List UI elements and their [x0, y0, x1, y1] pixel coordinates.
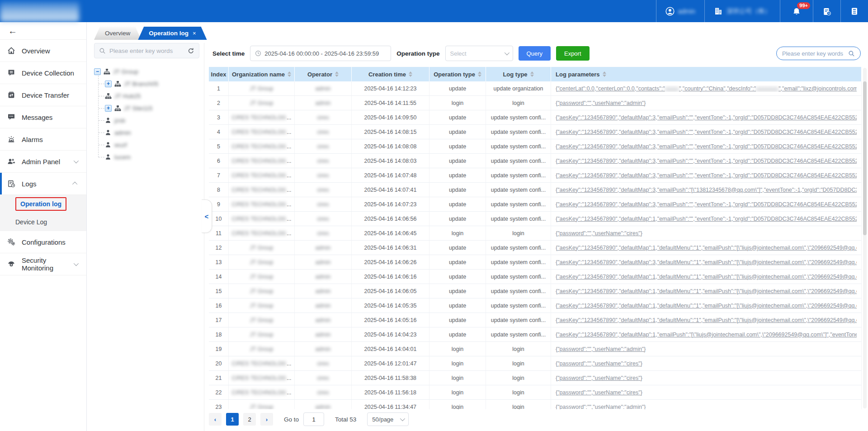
tree-user-node[interactable]: lucem [94, 151, 199, 163]
sidebar-item-messages[interactable]: Messages [0, 106, 86, 128]
sort-carets-icon[interactable] [603, 71, 606, 77]
column-header-operator[interactable]: Operator [295, 67, 352, 81]
log-parameters-link[interactable]: {"aesKey":"1234567890","defaultMap":1,"d… [556, 245, 857, 251]
sidebar-item-security-monitoring[interactable]: Security Monitoring [0, 253, 86, 275]
column-header-creation-time[interactable]: Creation time [352, 67, 429, 81]
refresh-icon[interactable] [188, 47, 194, 54]
tree-node-label: admin [114, 129, 131, 136]
sidebar-item-configurations[interactable]: Configurations [0, 231, 86, 253]
tree-user-node[interactable]: wuzf [94, 139, 199, 151]
log-parameters-link[interactable]: {"password":"","userName":"admin"} [556, 404, 646, 410]
table-scrollbar[interactable] [863, 68, 867, 408]
tree-user-node[interactable]: jzsb [94, 114, 199, 127]
page-button-2[interactable]: 2 [243, 413, 256, 426]
time-range-picker[interactable]: 2025-04-16 00:00:00 - 2025-04-16 23:59:5… [250, 46, 391, 61]
log-parameters-link[interactable]: {"aesKey":"1234567890","defaultMap":3,"e… [556, 129, 857, 135]
tree-org-node[interactable]: +JT Site115 [94, 102, 199, 114]
log-parameters-link[interactable]: {"password":"","userName":"admin"} [556, 346, 646, 352]
close-icon[interactable]: × [193, 30, 196, 36]
sidebar-item-device-collection[interactable]: Device Collection [0, 62, 86, 84]
column-header-log-parameters[interactable]: Log parameters [551, 67, 862, 81]
export-button[interactable]: Export [556, 46, 590, 61]
log-parameters-link[interactable]: {"password":"","userName":"cires"} [556, 389, 642, 396]
sort-carets-icon[interactable] [288, 71, 291, 77]
document-shortcut[interactable] [840, 0, 868, 22]
goto-page-input[interactable]: 1 [303, 412, 324, 426]
log-parameters-link[interactable]: {"aesKey":"1234567890","defaultMap":1,"e… [556, 332, 857, 338]
sidebar-subitem-device-log[interactable]: Device Log [0, 213, 86, 231]
page-size-select[interactable]: 50/page [367, 412, 409, 426]
org-icon [114, 105, 121, 112]
column-header-label: Operator [307, 71, 332, 78]
log-parameters-link[interactable]: {"aesKey":"1234567890","defaultMap":3,"e… [556, 143, 857, 150]
prev-page-button[interactable]: ‹ [209, 413, 222, 426]
cell-log-parameters: {"password":"","userName":"admin"} [551, 400, 862, 409]
tree-toggle-expand[interactable]: + [105, 81, 112, 87]
sidebar-item-device-transfer[interactable]: Device Transfer [0, 84, 86, 106]
log-parameters-link[interactable]: {"aesKey":"1234567890","defaultMap":1,"d… [556, 317, 857, 323]
log-parameters-link[interactable]: {"aesKey":"1234567890","defaultMap":3,"e… [556, 172, 857, 179]
sort-carets-icon[interactable] [530, 71, 534, 77]
log-parameters-link[interactable]: {"aesKey":"1234567890","defaultMap":1,"e… [556, 216, 857, 222]
sidebar-item-alarms[interactable]: Alarms [0, 128, 86, 151]
column-header-organization-name[interactable]: Organization name [229, 67, 295, 81]
log-parameters-link[interactable]: {"password":"","userName":"cires"} [556, 360, 642, 367]
column-header-log-type[interactable]: Log type [486, 67, 551, 81]
log-parameters-link[interactable]: {"password":"","userName":"cires"} [556, 230, 642, 237]
column-header-operation-type[interactable]: Operation type [429, 67, 486, 81]
sidebar-item-logs[interactable]: Logs [0, 173, 86, 195]
tree-toggle-collapse[interactable]: − [94, 68, 101, 75]
log-parameters-link[interactable]: {"aesKey":"1234567890","defaultMap":3,"d… [556, 259, 857, 265]
table-row: 5CIRES TECHNOLOG...cires2025-04-16 14:08… [209, 139, 862, 154]
cell-index: 15 [209, 284, 229, 298]
cell-organization: JT Group [229, 327, 295, 342]
tree-org-node[interactable]: −JT Group [94, 66, 199, 78]
cell-index: 4 [209, 125, 229, 139]
user-icon [105, 129, 112, 136]
log-parameters-link[interactable]: {"aesKey":"1234567890","defaultMap":1,"d… [556, 288, 857, 294]
next-page-button[interactable]: › [260, 413, 273, 426]
operator-name: cires [317, 187, 329, 193]
user-menu[interactable]: admin [656, 0, 704, 22]
page-button-1[interactable]: 1 [226, 413, 239, 426]
tab-overview[interactable]: Overview [94, 27, 141, 40]
sort-carets-icon[interactable] [335, 71, 339, 77]
param-text: {"password":"","userName":"cires"} [556, 375, 642, 381]
back-button[interactable]: ← [0, 22, 86, 40]
log-parameters-link[interactable]: {"password":"","userName":"admin"} [556, 100, 646, 106]
column-header-index[interactable]: Index [209, 67, 229, 81]
tree-org-node[interactable]: +JT Branch05 [94, 78, 199, 90]
table-search-input[interactable]: Please enter key words [776, 47, 861, 60]
sidebar-item-overview[interactable]: Overview [0, 40, 86, 62]
cell-index: 7 [209, 168, 229, 183]
scrollbar-thumb[interactable] [863, 81, 867, 235]
log-parameters-link[interactable]: {"aesKey":"1234567890","defaultMap":1,"d… [556, 274, 857, 280]
organization-name: JT Group [250, 332, 274, 338]
operation-log-table: IndexOrganization nameOperatorCreation t… [209, 67, 862, 409]
tree-toggle-expand[interactable]: + [105, 105, 112, 112]
log-parameters-link[interactable]: {"aesKey":"1234567890","defaultMap":3,"e… [556, 201, 857, 208]
organization-tree: −JT Group+JT Branch05JT Hub25+JT Site115… [94, 66, 199, 163]
tree-user-node[interactable]: admin [94, 127, 199, 139]
tab-operation-log[interactable]: Operation log × [138, 27, 207, 40]
sort-carets-icon[interactable] [409, 71, 412, 77]
log-parameters-link[interactable]: {"aesKey":"1234567890","defaultMap":1,"d… [556, 303, 857, 309]
operation-type-select[interactable]: Select [445, 46, 513, 61]
operation-log-shortcut[interactable] [813, 0, 840, 22]
sidebar-item-admin-panel[interactable]: Admin Panel [0, 151, 86, 173]
query-button[interactable]: Query [519, 46, 551, 61]
notifications-button[interactable]: 99+ [780, 0, 813, 22]
tree-collapse-handle[interactable]: < [202, 199, 212, 233]
sort-carets-icon[interactable] [478, 71, 481, 77]
sidebar-subitem-operation-log[interactable]: Operation log [0, 195, 86, 213]
operator-name: admin [315, 274, 330, 280]
log-parameters-link[interactable]: {"aesKey":"1234567890","defaultMap":3,"e… [556, 158, 857, 164]
cell-operation-type: update [429, 168, 486, 183]
log-parameters-link[interactable]: {"aesKey":"1234567890","defaultMap":3,"e… [556, 114, 857, 121]
tree-search-input[interactable]: Please enter key words [94, 43, 199, 58]
log-parameters-link[interactable]: {"aesKey":"1234567890","defaultMap":3,"e… [556, 187, 857, 193]
log-parameters-link[interactable]: {"centerLat":0.0,"centerLon":0.0,"contac… [556, 85, 857, 92]
tree-org-node[interactable]: JT Hub25 [94, 90, 199, 102]
log-parameters-link[interactable]: {"password":"","userName":"cires"} [556, 375, 642, 381]
company-menu[interactable]: 深圳公司（株） [704, 0, 780, 22]
